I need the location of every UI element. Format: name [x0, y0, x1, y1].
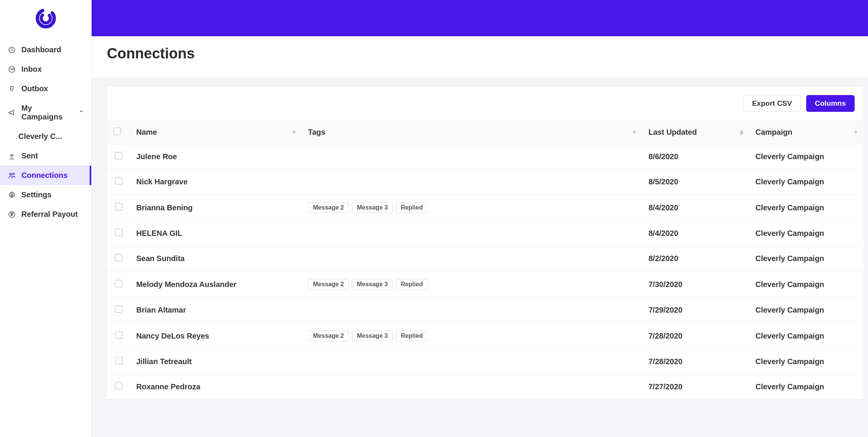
table-row[interactable]: Nick Hargrave8/5/2020Cleverly Campaign [107, 169, 864, 195]
filter-icon[interactable] [853, 130, 858, 135]
row-campaign: Cleverly Campaign [749, 323, 864, 349]
page-title: Connections [107, 45, 853, 62]
tag[interactable]: Message 2 [308, 279, 349, 290]
sidebar-item-sent[interactable]: Sent [0, 146, 91, 166]
sidebar-item-label: My Campaigns [21, 104, 74, 121]
table-row[interactable]: Julene Roe8/6/2020Cleverly Campaign [107, 144, 864, 169]
sidebar-subitem-campaign[interactable]: Cleverly C... [0, 127, 91, 146]
tag[interactable]: Message 2 [308, 331, 349, 341]
sidebar-item-label: Connections [21, 171, 68, 180]
svg-point-1 [39, 12, 52, 25]
content: Export CSV Columns Name [92, 77, 868, 437]
sidebar-item-payout[interactable]: Referral Payout [0, 205, 91, 224]
row-tags [302, 374, 642, 400]
row-checkbox[interactable] [115, 280, 123, 287]
app-logo[interactable] [0, 0, 91, 36]
columns-button[interactable]: Columns [806, 95, 855, 112]
table-row[interactable]: Brianna BeningMessage 2Message 3Replied8… [107, 195, 864, 221]
row-name: Julene Roe [130, 144, 302, 169]
filter-icon[interactable] [632, 130, 637, 135]
table-row[interactable]: Brian Altamar7/29/2020Cleverly Campaign [107, 298, 864, 323]
svg-point-8 [13, 173, 14, 174]
row-tags: Message 2Message 3Replied [302, 271, 642, 298]
row-tags [302, 169, 642, 195]
row-checkbox[interactable] [115, 357, 123, 364]
row-last-updated: 7/28/2020 [642, 349, 749, 374]
row-campaign: Cleverly Campaign [749, 144, 864, 169]
row-tags [302, 246, 642, 271]
table-row[interactable]: HELENA GIL8/4/2020Cleverly Campaign [107, 221, 864, 246]
row-checkbox[interactable] [115, 203, 123, 211]
row-name: Brianna Bening [130, 195, 302, 221]
row-campaign: Cleverly Campaign [749, 374, 864, 400]
connections-table: Name Tags Last Updated [107, 120, 864, 400]
table-row[interactable]: Jillian Tetreault7/28/2020Cleverly Campa… [107, 349, 864, 374]
row-name: HELENA GIL [130, 221, 302, 246]
tag[interactable]: Message 3 [352, 331, 393, 341]
sidebar-item-dashboard[interactable]: Dashboard [0, 40, 91, 60]
row-checkbox[interactable] [115, 305, 123, 313]
export-csv-button[interactable]: Export CSV [743, 95, 801, 112]
page-header: Connections [92, 36, 868, 77]
table-row[interactable]: Melody Mendoza AuslanderMessage 2Message… [107, 271, 864, 298]
sidebar: Dashboard Inbox Outbox My Campaigns ⌃ Cl… [0, 0, 92, 437]
row-tags [302, 349, 642, 374]
svg-point-9 [11, 194, 13, 196]
col-header-checkbox [107, 121, 130, 144]
row-checkbox-cell [107, 349, 130, 374]
sidebar-item-label: Sent [21, 152, 38, 160]
tag[interactable]: Message 2 [308, 202, 349, 213]
dashboard-icon [8, 46, 16, 54]
row-checkbox-cell [107, 323, 130, 349]
outbox-icon [8, 85, 16, 93]
tag[interactable]: Message 3 [352, 279, 393, 290]
select-all-checkbox[interactable] [113, 127, 121, 135]
row-checkbox[interactable] [115, 254, 123, 261]
sidebar-item-campaigns[interactable]: My Campaigns ⌃ [0, 98, 91, 127]
row-checkbox[interactable] [115, 229, 123, 236]
row-tags [302, 144, 642, 169]
row-campaign: Cleverly Campaign [749, 298, 864, 323]
tag[interactable]: Message 3 [352, 202, 393, 213]
filter-icon[interactable] [291, 130, 297, 135]
sidebar-item-label: Dashboard [21, 45, 61, 54]
row-checkbox[interactable] [115, 177, 123, 185]
row-name: Sean Sundita [130, 246, 302, 271]
row-last-updated: 8/6/2020 [642, 144, 749, 169]
col-header-name[interactable]: Name [130, 121, 302, 144]
card-toolbar: Export CSV Columns [107, 87, 864, 120]
row-campaign: Cleverly Campaign [749, 195, 864, 221]
connections-card: Export CSV Columns Name [107, 86, 864, 400]
row-tags: Message 2Message 3Replied [302, 323, 642, 349]
row-checkbox[interactable] [115, 382, 123, 390]
col-header-updated[interactable]: Last Updated ▲▼ [642, 121, 749, 144]
connections-icon [8, 171, 16, 180]
sidebar-item-settings[interactable]: Settings [0, 185, 91, 205]
row-last-updated: 8/2/2020 [642, 246, 749, 271]
sidebar-item-label: Referral Payout [21, 210, 78, 219]
tag[interactable]: Replied [396, 202, 428, 213]
payout-icon [8, 210, 16, 219]
row-checkbox-cell [107, 374, 130, 400]
settings-icon [8, 191, 16, 199]
sidebar-item-inbox[interactable]: Inbox [0, 60, 91, 79]
table-row[interactable]: Sean Sundita8/2/2020Cleverly Campaign [107, 246, 864, 271]
tag[interactable]: Replied [396, 279, 428, 290]
tag[interactable]: Replied [396, 331, 428, 341]
row-checkbox[interactable] [115, 152, 123, 160]
row-last-updated: 7/30/2020 [642, 271, 749, 298]
table-row[interactable]: Nancy DeLos ReyesMessage 2Message 3Repli… [107, 323, 864, 349]
row-name: Nancy DeLos Reyes [130, 323, 302, 349]
table-row[interactable]: Roxanne Pedroza7/27/2020Cleverly Campaig… [107, 374, 864, 400]
sidebar-item-outbox[interactable]: Outbox [0, 79, 91, 98]
col-header-tags[interactable]: Tags [302, 121, 642, 144]
sidebar-item-connections[interactable]: Connections [0, 166, 91, 185]
sidebar-item-label: Outbox [21, 84, 48, 93]
row-last-updated: 7/27/2020 [642, 374, 749, 400]
sort-icon[interactable]: ▲▼ [739, 129, 744, 135]
sidebar-item-label: Settings [21, 190, 52, 199]
row-checkbox[interactable] [115, 331, 123, 339]
row-checkbox-cell [107, 195, 130, 221]
row-campaign: Cleverly Campaign [749, 169, 864, 195]
col-header-campaign[interactable]: Campaign [749, 121, 864, 144]
